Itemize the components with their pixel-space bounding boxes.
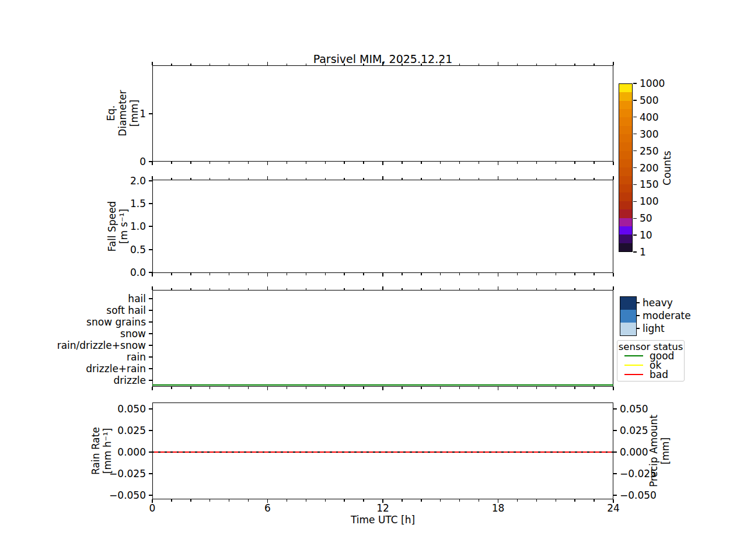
x-tick bbox=[479, 499, 479, 502]
x-tick bbox=[363, 178, 364, 180]
x-tick bbox=[459, 178, 460, 180]
y-tick-label: soft hail bbox=[0, 304, 146, 316]
x-tick bbox=[402, 288, 402, 290]
x-tick bbox=[171, 499, 172, 502]
x-tick bbox=[152, 162, 152, 165]
x-tick bbox=[613, 62, 613, 65]
x-tick bbox=[421, 273, 421, 275]
x-tick bbox=[613, 286, 613, 290]
x-tick bbox=[306, 64, 306, 66]
x-tick bbox=[344, 162, 344, 164]
x-tick bbox=[421, 64, 421, 66]
x-tick bbox=[517, 288, 518, 290]
xaxis-label: Time UTC [h] bbox=[152, 514, 613, 526]
x-tick bbox=[556, 64, 556, 66]
x-tick bbox=[306, 162, 306, 164]
x-tick bbox=[402, 499, 402, 502]
x-tick bbox=[248, 387, 249, 389]
x-tick bbox=[171, 288, 172, 290]
x-tick bbox=[306, 178, 306, 180]
x-tick bbox=[210, 387, 210, 389]
colorbar-tick bbox=[633, 100, 637, 100]
y-tick bbox=[149, 333, 152, 334]
intensity-label-moderate: moderate bbox=[643, 310, 691, 321]
x-tick bbox=[498, 273, 498, 276]
x-tick bbox=[574, 178, 575, 180]
y-tick-label: 0.000 bbox=[0, 446, 146, 458]
colorbar-segment bbox=[619, 101, 632, 109]
y-tick bbox=[149, 495, 152, 495]
x-tick bbox=[421, 288, 421, 290]
x-tick bbox=[306, 387, 306, 389]
colorbar-tick-label: 250 bbox=[640, 145, 658, 157]
colorbar-segment bbox=[619, 151, 632, 159]
y-tick bbox=[149, 430, 152, 430]
x-tick bbox=[248, 64, 249, 66]
x-tick bbox=[248, 499, 249, 502]
x-tick bbox=[152, 387, 152, 390]
colorbar-tick-label: 400 bbox=[640, 111, 658, 123]
x-tick bbox=[402, 273, 402, 275]
y-tick-label: −0.050 bbox=[0, 489, 146, 501]
colorbar-segment bbox=[619, 226, 632, 235]
intensity-patch-heavy bbox=[620, 297, 636, 310]
x-tick bbox=[402, 387, 402, 389]
x-tick bbox=[210, 273, 210, 275]
x-tick bbox=[229, 288, 229, 290]
colorbar-segment bbox=[619, 201, 632, 209]
y-tick-label: snow grains bbox=[0, 316, 146, 328]
x-tick bbox=[459, 64, 460, 66]
y-tick bbox=[149, 113, 152, 114]
precip-amount-line bbox=[152, 452, 613, 453]
x-tick bbox=[613, 176, 613, 180]
x-tick bbox=[594, 273, 594, 275]
x-tick bbox=[382, 162, 383, 165]
x-tick bbox=[594, 162, 594, 164]
x-tick bbox=[382, 62, 383, 65]
y-tick-label: −0.025 bbox=[620, 468, 657, 480]
y-tick-label: 0.050 bbox=[620, 403, 648, 415]
y-tick bbox=[149, 368, 152, 369]
x-tick bbox=[402, 178, 402, 180]
x-tick bbox=[287, 162, 287, 164]
x-tick bbox=[248, 288, 249, 290]
x-tick bbox=[574, 162, 575, 164]
x-tick bbox=[479, 288, 479, 290]
colorbar-segment bbox=[619, 243, 632, 251]
x-tick bbox=[421, 387, 421, 389]
x-tick bbox=[459, 162, 460, 164]
x-tick bbox=[556, 499, 556, 502]
x-tick bbox=[344, 64, 344, 66]
x-tick bbox=[536, 387, 537, 389]
x-tick bbox=[306, 273, 306, 275]
x-tick bbox=[171, 64, 172, 66]
x-tick bbox=[556, 288, 556, 290]
x-tick bbox=[344, 499, 344, 502]
y-tick bbox=[149, 298, 152, 299]
colorbar-tick bbox=[633, 83, 637, 83]
x-tick bbox=[190, 288, 191, 290]
x-tick bbox=[267, 273, 268, 276]
x-tick bbox=[152, 273, 152, 276]
x-tick bbox=[171, 178, 172, 180]
y-tick-label: 2.0 bbox=[0, 175, 146, 187]
colorbar-tick bbox=[633, 184, 637, 185]
y-tick bbox=[613, 408, 617, 409]
x-tick bbox=[382, 176, 383, 180]
x-tick bbox=[190, 64, 191, 66]
x-tick bbox=[267, 62, 268, 65]
y-tick-label: hail bbox=[0, 293, 146, 304]
colorbar-segment bbox=[619, 184, 632, 192]
colorbar-segment bbox=[619, 159, 632, 167]
x-tick bbox=[210, 288, 210, 290]
x-tick bbox=[325, 162, 326, 164]
x-tick bbox=[440, 273, 441, 275]
x-tick-label: 0 bbox=[135, 502, 170, 514]
legend-line-ok bbox=[624, 365, 643, 366]
colorbar-segment bbox=[619, 235, 632, 243]
colorbar-segment bbox=[619, 167, 632, 176]
x-tick bbox=[171, 162, 172, 164]
x-tick bbox=[152, 176, 152, 180]
colorbar-segment bbox=[619, 192, 632, 201]
y-tick-label: 0.025 bbox=[620, 425, 648, 436]
